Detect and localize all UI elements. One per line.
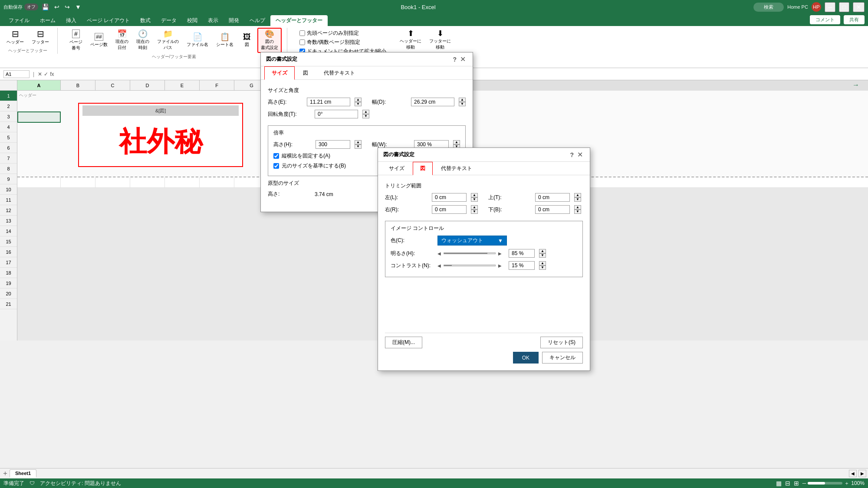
row-num-7[interactable]: 7 <box>0 153 17 164</box>
col-header-f[interactable]: F <box>200 80 234 91</box>
crop-right-input[interactable] <box>432 205 467 214</box>
dialog1-help-icon[interactable]: ? <box>453 56 457 63</box>
col-header-a[interactable]: A <box>17 80 61 91</box>
dialog1-close-button[interactable]: ✕ <box>458 55 467 63</box>
dialog2-tab-alt[interactable]: 代替テキスト <box>434 162 480 175</box>
first-page-checkbox[interactable] <box>299 30 305 36</box>
row-num-5[interactable]: 5 <box>0 132 17 143</box>
footer-button[interactable]: ⊟ フッター <box>29 28 52 47</box>
width-spin-down[interactable]: ▼ <box>459 102 466 106</box>
tab-data[interactable]: データ <box>156 15 182 26</box>
scale-height-spin-up[interactable]: ▲ <box>355 140 362 144</box>
customize-button[interactable]: ▼ <box>73 3 83 11</box>
row-num-10[interactable]: 10 <box>0 184 17 195</box>
goto-header-button[interactable]: ⬆ ヘッダーに移動 <box>397 28 424 52</box>
contrast-left-arrow[interactable]: ◀ <box>437 263 441 268</box>
insert-function-icon[interactable]: fx <box>50 71 54 77</box>
rotation-input[interactable] <box>315 110 358 118</box>
tab-formulas[interactable]: 数式 <box>135 15 156 26</box>
brightness-up[interactable]: ▲ <box>539 249 546 253</box>
cell-b2[interactable] <box>61 177 95 187</box>
tab-developer[interactable]: 開発 <box>224 15 244 26</box>
comments-button[interactable]: コメント <box>810 15 840 24</box>
crop-left-input[interactable] <box>432 193 467 202</box>
row-num-11[interactable]: 11 <box>0 195 17 205</box>
dialog2-help-icon[interactable]: ? <box>570 151 574 158</box>
crop-left-up[interactable]: ▲ <box>471 193 478 197</box>
tab-page-layout[interactable]: ページ レイアウト <box>82 15 135 26</box>
row-num-16[interactable]: 16 <box>0 247 17 257</box>
tab-help[interactable]: ヘルプ <box>244 15 270 26</box>
contrast-right-arrow[interactable]: ▶ <box>498 263 502 268</box>
row-num-17[interactable]: 17 <box>0 257 17 268</box>
undo-button[interactable]: ↩ <box>53 3 61 11</box>
lock-ratio-checkbox[interactable] <box>273 153 279 159</box>
brightness-right-arrow[interactable]: ▶ <box>498 251 502 256</box>
current-time-button[interactable]: 🕐 現在の時刻 <box>133 28 152 52</box>
redo-button[interactable]: ↪ <box>63 3 72 11</box>
row-num-1[interactable]: 1 <box>0 91 17 101</box>
rotation-spin-down[interactable]: ▼ <box>362 114 369 118</box>
cell-c2[interactable] <box>95 177 130 187</box>
dialog1-tab-size[interactable]: サイズ <box>264 66 295 80</box>
row-num-14[interactable]: 14 <box>0 226 17 236</box>
row-num-4[interactable]: 4 <box>0 122 17 132</box>
page-count-button[interactable]: ## ページ数 <box>87 31 111 49</box>
rotation-spin-up[interactable]: ▲ <box>362 110 369 114</box>
cell-a2[interactable] <box>17 177 61 187</box>
crop-bottom-down[interactable]: ▼ <box>574 210 581 214</box>
crop-top-up[interactable]: ▲ <box>574 193 581 197</box>
tab-header-footer[interactable]: ヘッダーとフッター <box>270 15 328 26</box>
row-num-3[interactable]: 3 <box>0 111 17 122</box>
row-num-19[interactable]: 19 <box>0 278 17 288</box>
tab-view[interactable]: 表示 <box>203 15 224 26</box>
tab-file[interactable]: ファイル <box>3 15 35 26</box>
header-button[interactable]: ⊟ ヘッダー <box>3 28 27 47</box>
brightness-down[interactable]: ▼ <box>539 253 546 258</box>
height-input[interactable] <box>307 98 350 106</box>
row-num-2[interactable]: 2 <box>0 101 17 111</box>
user-avatar[interactable]: HP <box>812 2 821 12</box>
sheet-name-button[interactable]: 📋 シート名 <box>213 31 237 49</box>
picture-button[interactable]: 🖼 図 <box>238 31 256 49</box>
crop-right-down[interactable]: ▼ <box>471 210 478 214</box>
dialog2-tab-size[interactable]: サイズ <box>381 162 412 175</box>
row-num-15[interactable]: 15 <box>0 236 17 247</box>
cell-e2[interactable] <box>165 177 200 187</box>
relative-original-checkbox[interactable] <box>273 163 279 169</box>
dialog1-tab-picture[interactable]: 図 <box>296 66 316 79</box>
compress-button[interactable]: 圧縮(M)... <box>385 337 422 341</box>
save-button[interactable]: 💾 <box>40 3 51 11</box>
col-header-b[interactable]: B <box>61 80 95 91</box>
cell-d2[interactable] <box>130 177 165 187</box>
crop-top-down[interactable]: ▼ <box>574 197 581 202</box>
picture-format-button[interactable]: 🎨 図の書式設定 <box>257 28 282 53</box>
selected-cell[interactable] <box>17 111 61 123</box>
row-num-12[interactable]: 12 <box>0 205 17 216</box>
goto-footer-button[interactable]: ⬇ フッターに移動 <box>426 28 454 52</box>
odd-even-checkbox[interactable] <box>299 39 305 45</box>
dialog2-close-button[interactable]: ✕ <box>575 151 585 159</box>
crop-top-input[interactable] <box>535 193 570 202</box>
scale-height-spin-down[interactable]: ▼ <box>355 144 362 149</box>
tab-home[interactable]: ホーム <box>35 15 61 26</box>
row-num-18[interactable]: 18 <box>0 268 17 278</box>
crop-left-down[interactable]: ▼ <box>471 197 478 202</box>
restore-button[interactable]: □ <box>839 2 849 12</box>
brightness-track[interactable] <box>444 252 496 254</box>
crop-bottom-input[interactable] <box>535 205 570 214</box>
file-path-button[interactable]: 📁 ファイルのパス <box>154 28 182 52</box>
color-dropdown[interactable]: ウォッシュアウト ▼ <box>437 236 507 246</box>
cancel-formula-icon[interactable]: ✕ <box>38 71 42 77</box>
contrast-input[interactable] <box>509 261 535 270</box>
minimize-button[interactable]: ─ <box>825 2 835 12</box>
scale-height-input[interactable] <box>316 140 350 149</box>
contrast-up[interactable]: ▲ <box>539 261 546 265</box>
row-num-21[interactable]: 21 <box>0 299 17 309</box>
width-input[interactable] <box>411 98 454 106</box>
cell-f2[interactable] <box>200 177 234 187</box>
brightness-input[interactable] <box>509 249 535 258</box>
contrast-down[interactable]: ▼ <box>539 265 546 270</box>
row-num-8[interactable]: 8 <box>0 164 17 174</box>
tab-insert[interactable]: 挿入 <box>61 15 82 26</box>
